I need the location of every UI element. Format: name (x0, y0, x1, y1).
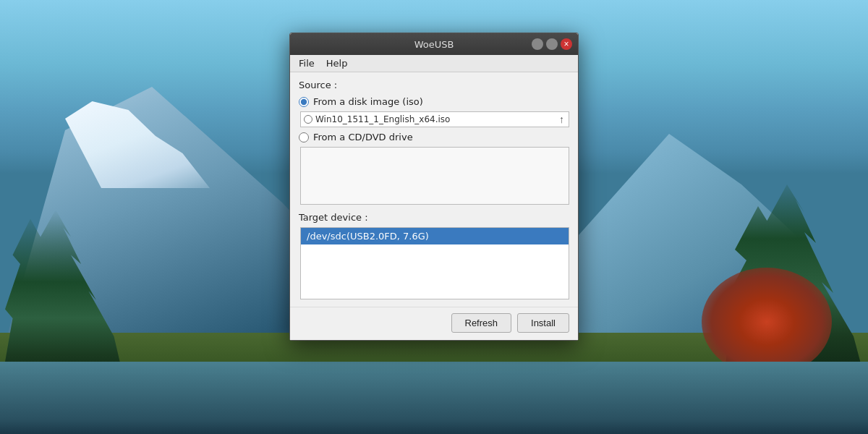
source-radio-group: From a disk image (iso) (299, 96, 569, 107)
iso-file-row: Win10_1511_1_English_x64.iso ↑ (300, 111, 569, 127)
refresh-button[interactable]: Refresh (451, 313, 512, 333)
menu-file[interactable]: File (293, 56, 320, 70)
source-label: Source : (299, 80, 569, 90)
iso-radio-label: From a disk image (iso) (313, 96, 423, 107)
menubar: File Help (290, 55, 578, 72)
maximize-button[interactable]: □ (546, 38, 558, 50)
maximize-icon: □ (550, 41, 553, 48)
dvd-radio-label: From a CD/DVD drive (313, 132, 413, 142)
close-button[interactable] (561, 38, 572, 50)
browse-button[interactable]: ↑ (558, 114, 566, 125)
dvd-radio-row: From a CD/DVD drive (299, 132, 569, 142)
iso-filename: Win10_1511_1_English_x64.iso (315, 114, 555, 124)
minimize-button[interactable]: – (532, 38, 543, 50)
app-window: WoeUSB – □ File Help Source : From a dis… (289, 33, 579, 341)
autumn-foliage (702, 268, 832, 376)
titlebar: WoeUSB – □ (290, 33, 578, 55)
target-label: Target device : (299, 212, 569, 223)
menu-help[interactable]: Help (320, 56, 354, 70)
minimize-icon: – (535, 41, 539, 48)
window-controls: – □ (532, 38, 572, 50)
dvd-radio-button[interactable] (299, 132, 309, 142)
install-button[interactable]: Install (517, 313, 569, 333)
target-device-list: /dev/sdc(USB2.0FD, 7.6G) (300, 227, 569, 299)
water (0, 362, 868, 434)
dvd-drive-area (300, 147, 569, 205)
iso-radio-button[interactable] (299, 97, 309, 107)
iso-file-radio[interactable] (304, 115, 312, 124)
main-content: Source : From a disk image (iso) Win10_1… (290, 72, 578, 307)
upload-icon: ↑ (559, 114, 564, 125)
iso-radio-row: From a disk image (iso) (299, 96, 569, 107)
window-title: WoeUSB (414, 39, 454, 50)
bottom-bar: Refresh Install (290, 307, 578, 340)
target-device-item[interactable]: /dev/sdc(USB2.0FD, 7.6G) (301, 228, 569, 244)
